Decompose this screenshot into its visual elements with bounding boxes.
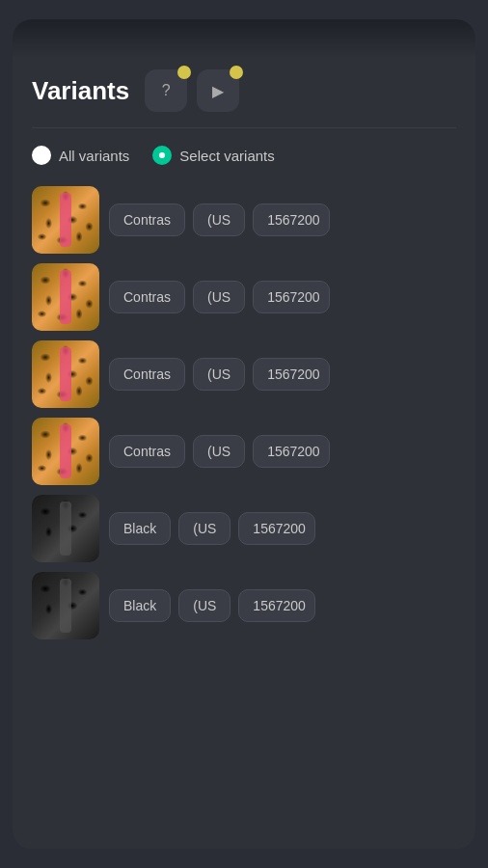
size-tag[interactable]: (US xyxy=(178,589,230,622)
play-icon: ▶ xyxy=(212,82,224,100)
header-buttons: ? ▶ xyxy=(145,69,239,112)
variant-thumbnail xyxy=(32,572,99,639)
variant-thumbnail xyxy=(32,340,99,408)
sku-tag[interactable]: 1567200 xyxy=(238,589,315,622)
question-icon: ? xyxy=(162,82,171,99)
all-variants-radio[interactable] xyxy=(32,146,51,165)
variant-image xyxy=(32,186,99,254)
table-row: Black (US 1567200 xyxy=(32,495,456,562)
select-variants-radio[interactable] xyxy=(152,146,172,165)
color-tag[interactable]: Contras xyxy=(109,281,185,313)
table-row: Contras (US 1567200 xyxy=(32,340,456,408)
color-tag[interactable]: Contras xyxy=(109,358,185,391)
table-row: Contras (US 1567200 xyxy=(32,418,456,485)
sku-tag[interactable]: 1567200 xyxy=(238,512,315,545)
all-variants-option[interactable]: All variants xyxy=(32,146,129,165)
play-badge xyxy=(230,66,243,79)
color-tag[interactable]: Black xyxy=(109,512,171,545)
table-row: Contras (US 1567200 xyxy=(32,263,456,331)
variant-tags: Contras (US 1567200 xyxy=(109,281,456,313)
variant-image xyxy=(32,340,99,408)
header: Variants ? ▶ xyxy=(13,58,475,127)
size-tag[interactable]: (US xyxy=(193,281,245,313)
size-tag[interactable]: (US xyxy=(193,203,245,236)
variant-thumbnail xyxy=(32,418,99,485)
sku-tag[interactable]: 1567200 xyxy=(253,281,330,313)
select-variants-option[interactable]: Select variants xyxy=(152,146,274,165)
size-tag[interactable]: (US xyxy=(193,435,245,468)
all-variants-label: All variants xyxy=(59,148,129,164)
table-row: Contras (US 1567200 xyxy=(32,186,456,254)
variant-image xyxy=(32,495,99,562)
select-variants-label: Select variants xyxy=(179,148,274,164)
color-tag[interactable]: Contras xyxy=(109,203,185,236)
variant-thumbnail xyxy=(32,495,99,562)
color-tag[interactable]: Black xyxy=(109,589,171,622)
app-container: Variants ? ▶ All variants Select variant… xyxy=(13,19,475,849)
sku-tag[interactable]: 1567200 xyxy=(253,435,330,468)
play-button[interactable]: ▶ xyxy=(197,69,239,112)
color-tag[interactable]: Contras xyxy=(109,435,185,468)
help-badge xyxy=(177,66,191,79)
sku-tag[interactable]: 1567200 xyxy=(253,358,330,391)
help-button[interactable]: ? xyxy=(145,69,187,112)
sku-tag[interactable]: 1567200 xyxy=(253,203,330,236)
variant-tags: Black (US 1567200 xyxy=(109,512,456,545)
variant-radio-group: All variants Select variants xyxy=(13,128,475,182)
size-tag[interactable]: (US xyxy=(178,512,230,545)
variant-thumbnail xyxy=(32,186,99,254)
size-tag[interactable]: (US xyxy=(193,358,245,391)
variants-list[interactable]: Contras (US 1567200 Contras (US 1567200 … xyxy=(13,182,475,849)
table-row: Black (US 1567200 xyxy=(32,572,456,639)
variant-tags: Contras (US 1567200 xyxy=(109,358,456,391)
variant-tags: Contras (US 1567200 xyxy=(109,435,456,468)
variant-image xyxy=(32,263,99,331)
variant-thumbnail xyxy=(32,263,99,331)
variant-image xyxy=(32,418,99,485)
variant-tags: Black (US 1567200 xyxy=(109,589,456,622)
top-fade xyxy=(13,19,475,58)
variant-image xyxy=(32,572,99,639)
page-title: Variants xyxy=(32,76,129,106)
variant-tags: Contras (US 1567200 xyxy=(109,203,456,236)
